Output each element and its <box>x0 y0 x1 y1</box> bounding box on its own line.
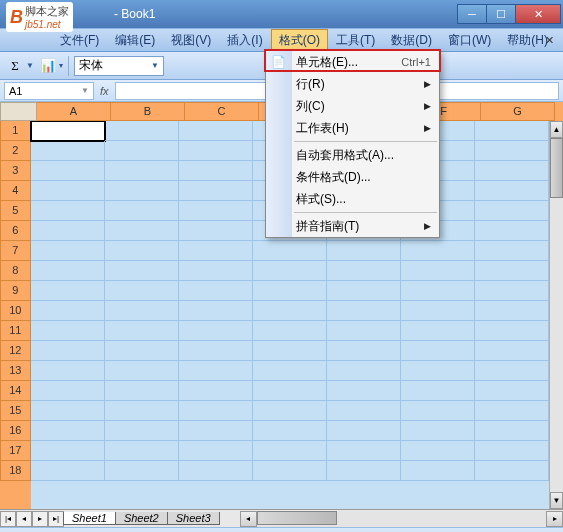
menu-cells[interactable]: 📄 单元格(E)... Ctrl+1 <box>266 51 439 73</box>
sum-arrow[interactable]: ▼ <box>26 61 34 70</box>
cell[interactable] <box>105 341 179 361</box>
cell[interactable] <box>179 361 253 381</box>
scroll-right-button[interactable]: ▸ <box>546 511 563 527</box>
cell[interactable] <box>475 161 549 181</box>
menu-format[interactable]: 格式(O) <box>271 29 328 52</box>
cell[interactable] <box>105 381 179 401</box>
cell[interactable] <box>475 201 549 221</box>
row-header[interactable]: 17 <box>0 441 31 461</box>
cell[interactable] <box>31 161 105 181</box>
cell[interactable] <box>179 241 253 261</box>
menu-window[interactable]: 窗口(W) <box>440 29 499 52</box>
menu-autoformat[interactable]: 自动套用格式(A)... <box>266 144 439 166</box>
row-header[interactable]: 10 <box>0 301 31 321</box>
cell[interactable] <box>475 281 549 301</box>
cell[interactable] <box>31 461 105 481</box>
minimize-button[interactable]: ─ <box>457 4 487 24</box>
row-header[interactable]: 1 <box>0 121 31 141</box>
scroll-up-button[interactable]: ▲ <box>550 121 563 138</box>
row-header[interactable]: 4 <box>0 181 31 201</box>
scroll-thumb[interactable] <box>550 138 563 198</box>
cell[interactable] <box>327 461 401 481</box>
cell[interactable] <box>401 421 475 441</box>
toolbar-overflow-arrow[interactable]: ▾ <box>59 61 63 70</box>
fx-icon[interactable]: fx <box>100 85 109 97</box>
row-header[interactable]: 6 <box>0 221 31 241</box>
cell[interactable] <box>401 261 475 281</box>
menu-column[interactable]: 列(C) ▶ <box>266 95 439 117</box>
cell[interactable] <box>475 301 549 321</box>
row-header[interactable]: 16 <box>0 421 31 441</box>
cell[interactable] <box>31 261 105 281</box>
doc-close-button[interactable]: ✕ <box>541 33 557 47</box>
cell[interactable] <box>475 401 549 421</box>
cell[interactable] <box>179 141 253 161</box>
cell[interactable] <box>31 301 105 321</box>
cell[interactable] <box>105 461 179 481</box>
tab-first-button[interactable]: |◂ <box>0 511 16 527</box>
cell[interactable] <box>253 401 327 421</box>
cell[interactable] <box>253 361 327 381</box>
cell[interactable] <box>105 221 179 241</box>
cell[interactable] <box>31 141 105 161</box>
cell[interactable] <box>327 241 401 261</box>
cell[interactable] <box>179 301 253 321</box>
col-header[interactable]: G <box>481 102 555 121</box>
col-header[interactable]: C <box>185 102 259 121</box>
menu-view[interactable]: 视图(V) <box>163 29 219 52</box>
cell[interactable] <box>475 121 549 141</box>
cell[interactable] <box>105 321 179 341</box>
cell[interactable] <box>179 461 253 481</box>
cell[interactable] <box>401 441 475 461</box>
cell[interactable] <box>253 301 327 321</box>
cell[interactable] <box>475 221 549 241</box>
cell[interactable] <box>31 361 105 381</box>
row-header[interactable]: 18 <box>0 461 31 481</box>
cell[interactable] <box>253 441 327 461</box>
cell[interactable] <box>105 161 179 181</box>
cell[interactable] <box>105 241 179 261</box>
cell[interactable] <box>401 361 475 381</box>
cell[interactable] <box>401 281 475 301</box>
name-box[interactable]: A1 ▼ <box>4 82 94 100</box>
vertical-scrollbar[interactable]: ▲ ▼ <box>549 121 563 509</box>
cell[interactable] <box>179 281 253 301</box>
cell[interactable] <box>179 321 253 341</box>
menu-row[interactable]: 行(R) ▶ <box>266 73 439 95</box>
cell[interactable] <box>179 401 253 421</box>
cell[interactable] <box>31 401 105 421</box>
cell[interactable] <box>105 421 179 441</box>
cell[interactable] <box>179 341 253 361</box>
menu-condformat[interactable]: 条件格式(D)... <box>266 166 439 188</box>
cell[interactable] <box>31 321 105 341</box>
cell[interactable] <box>401 341 475 361</box>
cell[interactable] <box>105 441 179 461</box>
cell[interactable] <box>179 121 253 141</box>
row-header[interactable]: 13 <box>0 361 31 381</box>
cell[interactable] <box>327 261 401 281</box>
cell[interactable] <box>105 401 179 421</box>
cell[interactable] <box>475 261 549 281</box>
menu-tools[interactable]: 工具(T) <box>328 29 383 52</box>
cell[interactable] <box>475 241 549 261</box>
row-header[interactable]: 11 <box>0 321 31 341</box>
tab-last-button[interactable]: ▸| <box>48 511 64 527</box>
cell[interactable] <box>475 321 549 341</box>
cell[interactable] <box>475 361 549 381</box>
cell[interactable] <box>105 261 179 281</box>
cell[interactable] <box>105 181 179 201</box>
cell[interactable] <box>253 341 327 361</box>
cell[interactable] <box>179 181 253 201</box>
cell[interactable] <box>253 241 327 261</box>
cell[interactable] <box>401 381 475 401</box>
menu-insert[interactable]: 插入(I) <box>219 29 270 52</box>
cell[interactable] <box>327 341 401 361</box>
cell[interactable] <box>179 421 253 441</box>
cell[interactable] <box>327 421 401 441</box>
chart-button[interactable]: 📊 <box>37 55 59 77</box>
select-all-corner[interactable] <box>0 102 37 121</box>
cell[interactable] <box>253 261 327 281</box>
cell[interactable] <box>253 461 327 481</box>
close-button[interactable]: ✕ <box>515 4 561 24</box>
horizontal-scrollbar[interactable]: ◂ ▸ <box>240 511 563 527</box>
